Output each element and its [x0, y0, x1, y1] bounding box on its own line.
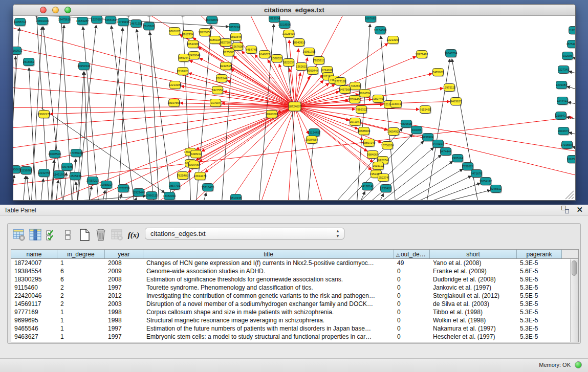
table-cell[interactable]: 5.3E-5 — [517, 324, 562, 333]
network-node[interactable]: 18475610 — [58, 16, 71, 24]
table-row[interactable]: 946362711997Embryonic stem cells: a mode… — [11, 333, 578, 341]
table-row[interactable]: 977716911998Corpus callosum shape and si… — [11, 308, 578, 316]
table-cell[interactable]: Structural magnetic resonance image aver… — [143, 316, 394, 324]
network-node[interactable]: 20206536 — [49, 150, 61, 159]
table-cell[interactable]: 1997 — [105, 333, 143, 341]
network-node[interactable]: 1615132 — [373, 162, 384, 171]
table-cell[interactable]: 2 — [57, 283, 105, 292]
network-node[interactable]: 16782759 — [117, 185, 130, 193]
table-cell[interactable]: Tourette syndrome. Phenomenology and cla… — [143, 283, 394, 292]
table-cell[interactable]: 2012 — [105, 292, 143, 300]
table-cell[interactable]: 5.3E-5 — [517, 300, 562, 308]
network-node[interactable]: 9474444 — [440, 148, 452, 157]
table-cell[interactable]: 1998 — [105, 308, 143, 316]
network-node[interactable]: 18640910 — [293, 39, 306, 48]
network-node[interactable]: 14138141 — [361, 183, 374, 191]
table-cell[interactable]: 18724007 — [11, 259, 57, 267]
table-cell[interactable]: Changes of HCN gene expression and I(f) … — [143, 259, 394, 267]
table-cell[interactable]: Investigating the contribution of common… — [143, 292, 394, 300]
table-cell[interactable]: 0 — [394, 292, 430, 300]
network-node[interactable]: 1572047 — [350, 118, 361, 127]
network-node[interactable]: 1588520 — [271, 55, 283, 63]
table-cell[interactable]: 0 — [394, 275, 430, 283]
table-cell[interactable]: 2009 — [105, 267, 143, 275]
table-cell[interactable]: Embryonic stem cells: a model to study s… — [143, 333, 394, 341]
table-cell[interactable]: 1998 — [105, 316, 143, 324]
network-node[interactable]: 2718120 — [177, 68, 189, 76]
table-vertical-scrollbar[interactable] — [570, 259, 578, 342]
table-cell[interactable]: 14569117 — [11, 300, 57, 308]
network-node[interactable]: 18107554 — [168, 99, 181, 108]
table-cell[interactable]: 0 — [394, 267, 430, 275]
table-cell[interactable]: 5.9E-5 — [517, 275, 562, 283]
table-cell[interactable]: 1 — [57, 308, 105, 316]
table-row[interactable]: 946554611997Estimation of the future num… — [11, 324, 578, 333]
network-node[interactable]: 9777169 — [335, 78, 346, 86]
show-columns-icon[interactable] — [28, 228, 42, 242]
network-node[interactable]: 6899605 — [401, 120, 412, 129]
network-node[interactable]: 3624554 — [359, 90, 371, 98]
network-node[interactable]: 9097588 — [61, 163, 73, 172]
table-cell[interactable]: 5.3E-5 — [517, 308, 562, 316]
network-node[interactable]: 9984067 — [367, 151, 379, 160]
network-node[interactable]: 1145193 — [53, 171, 65, 180]
network-node[interactable]: 20153346 — [78, 62, 91, 71]
network-node[interactable]: 2616063 — [23, 58, 35, 67]
network-node[interactable]: 23002175 — [38, 111, 51, 119]
network-node[interactable]: 1527602 — [91, 16, 103, 24]
network-node[interactable]: 6466161 — [105, 16, 117, 25]
network-node[interactable]: 16154808 — [374, 27, 387, 35]
network-node[interactable]: 16648784 — [445, 50, 458, 58]
network-node[interactable]: 5498222 — [190, 150, 202, 159]
table-cell[interactable]: 9465546 — [11, 324, 57, 333]
table-cell[interactable]: Jankovic et al. (1997) — [430, 283, 517, 292]
network-node[interactable]: 746266 — [350, 82, 362, 91]
table-cell[interactable]: 0 — [394, 333, 430, 341]
network-node[interactable]: 216073 — [391, 100, 403, 109]
network-node[interactable]: 12505135 — [69, 172, 82, 181]
network-node[interactable]: 252274 — [378, 174, 390, 183]
table-cell[interactable]: 9463627 — [11, 333, 57, 341]
network-node[interactable]: 8990448 — [307, 67, 319, 76]
table-cell[interactable]: Yano et al. (2008) — [430, 259, 517, 267]
table-cell[interactable]: Franke et al. (2009) — [430, 267, 517, 275]
table-cell[interactable]: Genome-wide association studies in ADHD. — [143, 267, 394, 275]
table-cell[interactable]: Tibbo et al. (1998) — [430, 308, 517, 316]
network-node[interactable]: 16033809 — [206, 16, 219, 25]
table-cell[interactable]: 5.3E-5 — [517, 283, 562, 292]
network-node[interactable]: 9227341 — [558, 66, 570, 75]
network-node[interactable]: 8454749 — [246, 46, 257, 55]
network-node[interactable]: 9245612 — [490, 185, 502, 194]
network-node[interactable]: 7615526 — [143, 23, 155, 31]
network-node[interactable]: 18300295 — [266, 111, 278, 119]
scrollbar-thumb[interactable] — [572, 260, 577, 276]
network-node[interactable]: 10543382 — [187, 40, 200, 49]
table-cell[interactable]: 0 — [394, 283, 430, 292]
network-node[interactable]: 7857224 — [229, 24, 241, 32]
table-cell[interactable]: 1 — [57, 333, 105, 341]
network-node[interactable]: 14055712 — [14, 18, 27, 27]
network-node[interactable]: 17359924 — [70, 149, 83, 158]
table-row[interactable]: 1872400712008Changes of HCN gene express… — [11, 259, 578, 267]
network-node[interactable]: 10756024 — [381, 142, 394, 150]
network-node[interactable]: 944095 — [411, 126, 423, 135]
table-cell[interactable]: 5.3E-5 — [517, 333, 562, 341]
network-node[interactable]: 1362615 — [296, 63, 308, 72]
table-cell[interactable]: 1 — [57, 316, 105, 324]
memory-ok-led-icon[interactable] — [575, 361, 582, 368]
network-node[interactable]: 8813054 — [269, 16, 280, 23]
network-node[interactable]: 8471676 — [471, 170, 483, 179]
network-node[interactable]: 16452364 — [163, 192, 176, 201]
network-node[interactable]: 8938924 — [422, 134, 434, 142]
close-panel-icon[interactable]: ✕ — [576, 206, 583, 213]
network-node[interactable]: 16961758 — [303, 48, 316, 57]
table-cell[interactable]: 5.3E-5 — [517, 259, 562, 267]
column-header-indegree[interactable]: in_degree — [57, 250, 105, 258]
column-header-name[interactable]: name — [11, 250, 57, 258]
zoom-traffic-light-icon[interactable] — [64, 7, 71, 13]
network-node[interactable]: 11156869 — [20, 167, 32, 176]
network-node[interactable]: 9242848 — [220, 62, 232, 71]
network-node[interactable]: 7955812 — [313, 57, 325, 65]
network-node[interactable]: 5822037 — [283, 59, 295, 68]
network-node[interactable]: 12923448 — [133, 189, 145, 198]
